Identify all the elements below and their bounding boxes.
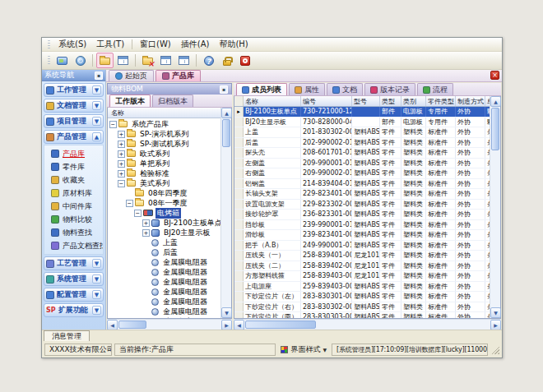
member-tab-2[interactable]: 文档 bbox=[327, 83, 363, 95]
column-header-3[interactable]: 类型 bbox=[380, 96, 401, 106]
ui-style-selector[interactable]: 界面样式 ▼ bbox=[278, 344, 329, 356]
tree-node-9[interactable]: −电烤箱 bbox=[108, 208, 220, 218]
chevron-down-icon[interactable]: ▼ bbox=[92, 274, 101, 284]
chevron-down-icon[interactable]: ▼ bbox=[92, 306, 101, 315]
nav-item-3-7[interactable]: 产品文档查找 bbox=[44, 239, 103, 252]
scroll-down-icon[interactable]: ▼ bbox=[490, 307, 501, 318]
menu-item-3[interactable]: 插件(A) bbox=[176, 38, 215, 51]
document-tab-1[interactable]: 产品库 bbox=[155, 70, 201, 81]
tree-node-6[interactable]: −美式系列 bbox=[108, 178, 220, 188]
tree-node-4[interactable]: +单把系列 bbox=[108, 159, 220, 168]
collapse-icon[interactable]: − bbox=[126, 200, 133, 207]
scroll-thumb[interactable] bbox=[222, 119, 230, 147]
column-header-2[interactable]: 型号 bbox=[352, 96, 380, 106]
close-all-button[interactable] bbox=[175, 53, 193, 68]
tree-node-16[interactable]: 金属膜电阻器 bbox=[108, 277, 220, 287]
expand-icon[interactable]: + bbox=[142, 229, 150, 237]
table-row-11[interactable]: 挡纱板239-990001-01X塑料ABS零件塑料类标准件外协条 bbox=[234, 220, 490, 231]
table-row-10[interactable]: 接纱轮护罩236-823301-00X塑料ABS零件塑料类标准件外协条 bbox=[234, 210, 490, 220]
member-tab-0[interactable]: 成员列表 bbox=[236, 83, 287, 95]
menu-item-2[interactable]: 窗口(W) bbox=[135, 38, 176, 51]
nav-item-3-5[interactable]: 物料比较 bbox=[44, 213, 103, 226]
help-button[interactable] bbox=[200, 53, 217, 68]
grid-horizontal-scrollbar[interactable]: ◀ ▶ bbox=[234, 319, 501, 330]
member-tab-4[interactable]: 流程 bbox=[417, 83, 453, 95]
table-row-8[interactable]: 长轴头支架229-823401-00X塑料ABS零件塑料类标准件外协条 bbox=[234, 189, 490, 200]
nav-group-4[interactable]: 工艺管理▼ bbox=[44, 256, 104, 270]
bom-tab-1[interactable]: 归档版本 bbox=[152, 95, 193, 107]
tree-node-2[interactable]: +SP-测试机系列 bbox=[108, 139, 220, 149]
nav-item-3-1[interactable]: 零件库 bbox=[44, 160, 103, 173]
scroll-down-icon[interactable]: ▼ bbox=[221, 307, 232, 318]
scroll-thumb[interactable] bbox=[118, 321, 146, 329]
nav-group-6[interactable]: 配置管理▼ bbox=[44, 288, 104, 302]
nav-group-0[interactable]: 工作管理▼ bbox=[44, 83, 104, 97]
scroll-track[interactable] bbox=[221, 118, 231, 307]
tree-column-header[interactable]: 名称 bbox=[108, 108, 220, 118]
tree-node-14[interactable]: 金属膜电阻器 bbox=[108, 257, 220, 267]
expand-icon[interactable]: + bbox=[118, 170, 125, 178]
scroll-up-icon[interactable]: ▲ bbox=[490, 96, 501, 107]
table-row-19[interactable]: 下纱定位片（右）283-830302-00X塑料ABS零件塑料类标准件外协条 bbox=[234, 302, 490, 313]
grid-vertical-scrollbar[interactable]: ▲ ▼ bbox=[490, 96, 500, 318]
lock-button[interactable] bbox=[218, 53, 235, 68]
collapse-icon[interactable]: − bbox=[118, 180, 125, 187]
nav-group-7[interactable]: SP扩展功能▼ bbox=[44, 303, 104, 317]
nav-pin-button[interactable]: ▪ bbox=[95, 71, 103, 80]
column-header-5[interactable]: 零件类型 bbox=[426, 96, 456, 106]
message-manager-tab[interactable]: 消息管理 bbox=[44, 330, 90, 341]
column-header-1[interactable]: 编号 bbox=[301, 96, 352, 106]
tree-node-1[interactable]: +SP-演示机系列 bbox=[108, 129, 220, 139]
tree-node-18[interactable]: 金属膜电阻器 bbox=[108, 297, 220, 307]
table-row-4[interactable]: 探头壳208-601701-01X塑料ABS零件塑料类标准件外协条 bbox=[234, 148, 490, 159]
bom-tab-0[interactable]: 工作版本 bbox=[109, 95, 151, 107]
tree-node-12[interactable]: 上盖 bbox=[108, 238, 220, 247]
column-header-4[interactable]: 类别 bbox=[401, 96, 426, 106]
member-tab-1[interactable]: 属性 bbox=[289, 83, 325, 95]
scroll-track[interactable] bbox=[244, 320, 490, 330]
menu-grip[interactable] bbox=[48, 40, 50, 49]
workspace-button[interactable] bbox=[53, 53, 71, 68]
chevron-down-icon[interactable]: ▼ bbox=[92, 290, 101, 299]
chevron-down-icon[interactable]: ▼ bbox=[92, 117, 101, 126]
resize-grip[interactable] bbox=[490, 345, 499, 354]
table-row-16[interactable]: 方形塑料线箍258-839403-00X尼龙1010零件塑料类标准件外协条 bbox=[234, 271, 490, 282]
tree-node-11[interactable]: +BJ20主显示板 bbox=[108, 228, 220, 238]
chevron-down-icon[interactable]: ▼ bbox=[92, 85, 101, 95]
chevron-down-icon[interactable]: ▼ bbox=[92, 259, 101, 268]
table-row-6[interactable]: 右侧盖209-990002-01X塑料ABS零件塑料类标准件外协条 bbox=[234, 168, 490, 179]
close-document-icon[interactable]: × bbox=[490, 71, 499, 80]
close-window-button[interactable] bbox=[157, 53, 174, 68]
table-row-12[interactable]: 滑纱板239-823401-00X塑料ABS零件塑料类标准件外协条 bbox=[234, 230, 490, 241]
expand-icon[interactable]: + bbox=[118, 141, 125, 148]
open-library-button[interactable] bbox=[96, 53, 114, 68]
scroll-track[interactable] bbox=[490, 107, 500, 307]
toolbar-grip[interactable] bbox=[48, 56, 50, 65]
chevron-up-icon[interactable]: ▲ bbox=[92, 132, 101, 141]
tree-node-0[interactable]: −系统产品库 bbox=[108, 119, 220, 129]
table-row-0[interactable]: ▸BJ-2100主板单点730-721000-12X部件电源板专用件外协颗 bbox=[234, 107, 490, 118]
bom-pin-icon[interactable]: ▪ bbox=[220, 85, 228, 94]
column-header-0[interactable]: 名称 bbox=[244, 96, 301, 106]
collapse-icon[interactable]: − bbox=[134, 210, 142, 217]
tree-node-7[interactable]: 08年四季度 bbox=[108, 188, 220, 198]
table-row-3[interactable]: 后盖202-990002-01X塑料ABS零件塑料类标准件外协条 bbox=[234, 138, 490, 149]
tree-node-3[interactable]: +欧式系列 bbox=[108, 149, 220, 159]
exit-button[interactable] bbox=[236, 53, 253, 68]
expand-icon[interactable]: + bbox=[118, 150, 125, 158]
menu-item-4[interactable]: 帮助(H) bbox=[214, 38, 253, 51]
tree-node-17[interactable]: 金属膜电阻器 bbox=[108, 287, 220, 297]
tree-node-13[interactable]: 后盖 bbox=[108, 247, 220, 257]
bom-vertical-scrollbar[interactable]: ▲ ▼ bbox=[220, 108, 231, 318]
table-row-5[interactable]: 左侧盖209-990001-01X塑料ABS零件塑料类标准件外协条 bbox=[234, 159, 490, 169]
tree-node-15[interactable]: 金属膜电阻器 bbox=[108, 267, 220, 277]
scroll-up-icon[interactable]: ▲ bbox=[221, 108, 232, 118]
tree-node-19[interactable]: 金属膜电阻器 bbox=[108, 307, 220, 316]
view-window-button[interactable] bbox=[114, 53, 132, 68]
nav-item-3-3[interactable]: 原材料库 bbox=[44, 187, 103, 200]
scroll-thumb[interactable] bbox=[245, 321, 316, 329]
tree-node-5[interactable]: +检验标准 bbox=[108, 168, 220, 178]
scroll-track[interactable] bbox=[118, 320, 221, 330]
tree-node-8[interactable]: −08年一季度 bbox=[108, 198, 220, 208]
expand-icon[interactable]: + bbox=[142, 219, 150, 227]
